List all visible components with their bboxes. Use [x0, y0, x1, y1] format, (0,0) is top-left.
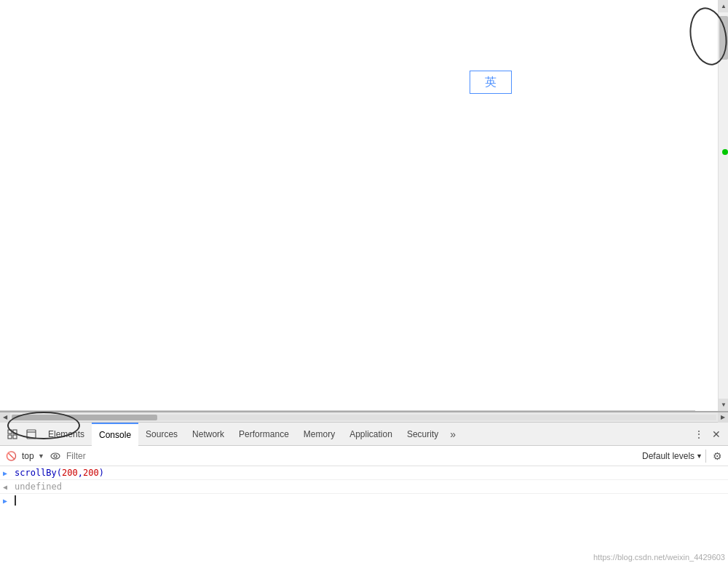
tab-console[interactable]: Console: [92, 423, 138, 446]
console-output-arrow-icon: ◀: [3, 483, 7, 491]
console-toolbar-separator: [705, 450, 706, 463]
right-scrollbar[interactable]: ▲ ▼: [718, 0, 728, 411]
lang-button[interactable]: 英: [470, 71, 512, 94]
hscroll-arrow-left[interactable]: ◀: [0, 412, 10, 423]
tab-network[interactable]: Network: [185, 423, 232, 446]
devtools-inspect-btn[interactable]: [23, 426, 40, 443]
console-levels-arrow-icon: ▼: [696, 452, 703, 460]
svg-rect-1: [13, 430, 17, 434]
console-filter-input[interactable]: [63, 451, 642, 461]
console-toolbar: 🚫 top ▼ Default levels ▼ ⚙: [0, 446, 728, 466]
console-context-select[interactable]: top: [22, 451, 44, 461]
tab-sources[interactable]: Sources: [138, 423, 185, 446]
console-prompt-arrow-icon: ▶: [3, 497, 7, 505]
devtools-corner-buttons: ⋮ ✕: [690, 426, 725, 443]
svg-rect-3: [13, 435, 17, 439]
tab-performance[interactable]: Performance: [232, 423, 296, 446]
svg-rect-0: [8, 430, 12, 434]
console-output: ▶ scrollBy(200,200) ◀ undefined ▶: [0, 466, 728, 563]
hscroll-track[interactable]: [12, 415, 716, 420]
console-undefined-text: undefined: [15, 482, 62, 492]
devtools-settings-btn[interactable]: ⋮: [690, 426, 708, 443]
url-hint: https://blog.csdn.net/weixin_4429603: [593, 553, 725, 562]
devtools-toggle-btn[interactable]: [4, 426, 21, 443]
svg-point-6: [51, 453, 60, 459]
tab-security[interactable]: Security: [400, 423, 446, 446]
svg-rect-2: [8, 435, 12, 439]
devtools-more-tabs[interactable]: »: [446, 428, 460, 440]
console-default-levels[interactable]: Default levels ▼: [642, 451, 703, 461]
tab-application[interactable]: Application: [342, 423, 400, 446]
console-cursor: [15, 495, 16, 506]
tab-elements[interactable]: Elements: [41, 423, 92, 446]
scrollbar-arrow-up[interactable]: ▲: [719, 0, 728, 12]
browser-viewport: 英: [0, 0, 695, 411]
console-clear-btn[interactable]: 🚫: [3, 448, 19, 464]
devtools-close-btn[interactable]: ✕: [708, 426, 725, 443]
console-input-arrow-icon: ▶: [3, 469, 7, 477]
lang-button-text: 英: [485, 75, 496, 90]
devtools-hscrollbar[interactable]: ◀ ▶: [0, 412, 728, 423]
console-input-prompt[interactable]: ▶: [0, 494, 728, 507]
scrollbar-thumb[interactable]: [719, 16, 728, 60]
console-line-scrollby: ▶ scrollBy(200,200): [0, 466, 728, 480]
svg-point-7: [54, 455, 57, 458]
green-dot-indicator: [722, 149, 728, 155]
svg-rect-4: [27, 430, 36, 439]
devtools-tabs-bar: Elements Console Sources Network Perform…: [0, 423, 728, 446]
console-context-select-wrapper[interactable]: top ▼: [22, 451, 44, 461]
scrollbar-track[interactable]: [719, 12, 728, 399]
console-line-undefined: ◀ undefined: [0, 480, 728, 494]
console-scrollby-code: scrollBy(200,200): [15, 468, 104, 478]
console-settings-gear-btn[interactable]: ⚙: [709, 448, 725, 464]
console-eye-btn[interactable]: [47, 448, 63, 464]
devtools-panel: ◀ ▶ Elements Console: [0, 411, 728, 563]
hscroll-thumb[interactable]: [12, 415, 157, 420]
tab-memory[interactable]: Memory: [296, 423, 342, 446]
hscroll-arrow-right[interactable]: ▶: [718, 412, 728, 423]
scrollbar-arrow-down[interactable]: ▼: [719, 399, 728, 411]
